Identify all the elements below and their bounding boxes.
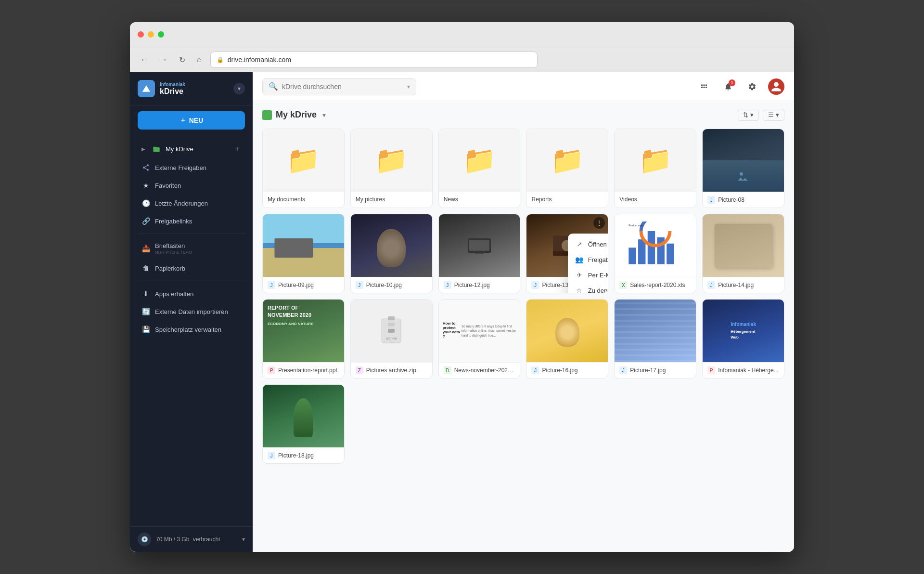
forward-button[interactable]: → bbox=[157, 53, 170, 66]
file-picture-10[interactable]: J Picture-10.jpg bbox=[350, 214, 433, 293]
svg-rect-11 bbox=[667, 244, 674, 264]
file-type-icon: J bbox=[707, 281, 715, 289]
storage-used: 70 Mb / 3 Gb bbox=[156, 536, 189, 543]
svg-point-0 bbox=[739, 172, 743, 175]
maximize-button[interactable] bbox=[158, 31, 164, 38]
avatar[interactable] bbox=[768, 78, 784, 95]
new-label: NEU bbox=[189, 117, 204, 124]
file-thumbnail: Product sales bbox=[615, 214, 696, 277]
file-presentation-report[interactable]: REPORT OFNOVEMBER 2020 ECONOMY AND NATUR… bbox=[262, 299, 345, 378]
svg-rect-8 bbox=[638, 239, 645, 264]
home-button[interactable]: ⌂ bbox=[194, 53, 205, 66]
file-name: Videos bbox=[619, 196, 691, 203]
open-icon: ↗ bbox=[576, 240, 583, 248]
svg-rect-19 bbox=[388, 326, 395, 329]
sidebar-item-recent[interactable]: 🕐 Letzte Änderungen bbox=[134, 195, 249, 212]
file-name: Picture-14.jpg bbox=[718, 282, 779, 288]
file-picture-13[interactable]: ⋮ J Picture-13.jpg ↗ Öffnen bbox=[526, 214, 608, 293]
search-box[interactable]: 🔍 ▾ bbox=[262, 78, 416, 95]
file-name: Picture-17.jpg bbox=[630, 367, 691, 374]
folder-videos[interactable]: 📁 Videos bbox=[614, 129, 696, 208]
folder-reports[interactable]: 📁 Reports bbox=[526, 129, 608, 208]
sidebar-item-favorites[interactable]: ★ Favoriten bbox=[134, 177, 249, 194]
folder-thumbnail: 📁 bbox=[263, 129, 344, 192]
drive-name-label: kDrive bbox=[160, 87, 229, 96]
file-type-icon: P bbox=[707, 366, 715, 374]
folder-my-documents[interactable]: 📁 My documents bbox=[262, 129, 345, 208]
browserbar: ← → ↻ ⌂ 🔒 drive.infomaniak.com bbox=[130, 47, 794, 72]
file-picture-14[interactable]: J Picture-14.jpg bbox=[702, 214, 784, 293]
storage-text: 70 Mb / 3 Gb verbraucht bbox=[156, 536, 220, 543]
sidebar: infomaniak kDrive ▾ ＋ NEU ▶ My kDrive ＋ bbox=[130, 72, 253, 552]
main-content: 🔍 ▾ 1 bbox=[253, 72, 794, 552]
file-sales-report[interactable]: Product sales X Sales-report-2020.xls bbox=[614, 214, 696, 293]
titlebar bbox=[130, 22, 794, 47]
sidebar-item-mykdrive[interactable]: ▶ My kDrive ＋ bbox=[134, 140, 249, 158]
file-picture-16[interactable]: J Picture-16.jpg bbox=[526, 299, 608, 378]
search-dropdown-icon[interactable]: ▾ bbox=[407, 83, 410, 90]
sidebar-item-storage[interactable]: 💾 Speicherplatz verwalten bbox=[134, 321, 249, 338]
file-news-november[interactable]: How to protect your data ? So many diffe… bbox=[438, 299, 521, 378]
folder-my-pictures[interactable]: 📁 My pictures bbox=[350, 129, 433, 208]
settings-button[interactable] bbox=[744, 78, 760, 95]
file-picture-09[interactable]: J Picture-09.jpg bbox=[262, 214, 345, 293]
file-info: P Presentation-report.ppt bbox=[263, 362, 344, 378]
sidebar-item-import[interactable]: 🔄 Externe Daten importieren bbox=[134, 303, 249, 320]
file-picture-17[interactable]: J Picture-17.jpg bbox=[614, 299, 696, 378]
file-thumbnail: infomaniak HébergementWeb bbox=[703, 300, 784, 362]
sidebar-item-trash[interactable]: 🗑 Papierkorb bbox=[134, 260, 249, 277]
file-type-icon: J bbox=[619, 366, 627, 374]
file-picture-18[interactable]: J Picture-18.jpg bbox=[262, 384, 345, 464]
folder-icon: 📁 bbox=[462, 144, 496, 176]
folder-news[interactable]: 📁 News bbox=[438, 129, 521, 208]
file-pictures-archive[interactable]: archive Z Pictures archive.zip bbox=[350, 299, 433, 378]
ctx-label: Öffnen bbox=[588, 241, 607, 248]
ctx-share-email[interactable]: ✈ Per E-Mail teilen bbox=[568, 267, 609, 283]
file-thumbnail bbox=[703, 129, 784, 192]
url-bar[interactable]: 🔒 drive.infomaniak.com bbox=[210, 52, 538, 68]
file-thumbnail bbox=[526, 300, 608, 362]
file-name: Infomaniak - Héberge... bbox=[718, 367, 779, 374]
search-input[interactable] bbox=[282, 83, 403, 91]
sidebar-footer: 💿 70 Mb / 3 Gb verbraucht ▾ bbox=[130, 526, 253, 552]
file-picture-12[interactable]: J Picture-12.jpg bbox=[438, 214, 521, 293]
ctx-share-rights[interactable]: 👥 Freigabe und Rechte bbox=[568, 252, 609, 267]
new-button[interactable]: ＋ NEU bbox=[138, 111, 245, 130]
folder-icon: 📁 bbox=[374, 144, 408, 176]
topbar: 🔍 ▾ 1 bbox=[253, 72, 794, 101]
sidebar-item-sharelinks[interactable]: 🔗 Freigabelinks bbox=[134, 212, 249, 230]
drive-chevron-icon[interactable]: ▾ bbox=[322, 111, 326, 119]
trash-icon: 🗑 bbox=[141, 264, 150, 273]
file-type-icon: J bbox=[356, 281, 363, 289]
refresh-button[interactable]: ↻ bbox=[176, 53, 188, 66]
file-info: J Picture-09.jpg bbox=[263, 277, 344, 293]
file-info: My documents bbox=[263, 192, 344, 207]
sidebar-item-subtitle: NUR PRO & TEAM bbox=[155, 250, 241, 255]
list-view-button[interactable]: ☰ ▾ bbox=[763, 109, 784, 121]
sidebar-item-inbox[interactable]: 📥 Brieftasten NUR PRO & TEAM bbox=[134, 238, 249, 259]
file-info: My pictures bbox=[351, 192, 432, 207]
app-window: ← → ↻ ⌂ 🔒 drive.infomaniak.com infomania… bbox=[130, 22, 794, 552]
sidebar-item-apps[interactable]: ⬇ Apps erhalten bbox=[134, 285, 249, 302]
apps-grid-button[interactable] bbox=[696, 78, 712, 95]
sidebar-item-external[interactable]: Externe Freigaben bbox=[134, 159, 249, 176]
file-picture-08[interactable]: J Picture-08 bbox=[702, 129, 784, 208]
storage-expand-icon[interactable]: ▾ bbox=[242, 536, 245, 543]
file-name: Picture-09.jpg bbox=[278, 282, 339, 288]
ctx-open[interactable]: ↗ Öffnen bbox=[568, 236, 609, 252]
file-name: Picture-18.jpg bbox=[278, 452, 339, 459]
file-infomaniak-hebergement[interactable]: infomaniak HébergementWeb P Infomaniak -… bbox=[702, 299, 784, 378]
notifications-button[interactable]: 1 bbox=[720, 78, 736, 95]
notification-badge: 1 bbox=[729, 79, 735, 86]
file-thumbnail: archive bbox=[351, 300, 432, 362]
drive-info: infomaniak kDrive bbox=[160, 82, 229, 96]
back-button[interactable]: ← bbox=[138, 53, 151, 66]
sort-button[interactable]: ⇅ ▾ bbox=[738, 109, 759, 121]
svg-rect-20 bbox=[388, 329, 395, 333]
minimize-button[interactable] bbox=[148, 31, 154, 38]
add-icon[interactable]: ＋ bbox=[233, 144, 241, 154]
close-button[interactable] bbox=[138, 31, 144, 38]
sidebar-toggle-button[interactable]: ▾ bbox=[233, 83, 245, 94]
sidebar-item-label: Externe Freigaben bbox=[155, 164, 206, 171]
ctx-add-favorite[interactable]: ☆ Zu den Favoriten hinzufügen bbox=[568, 283, 609, 293]
